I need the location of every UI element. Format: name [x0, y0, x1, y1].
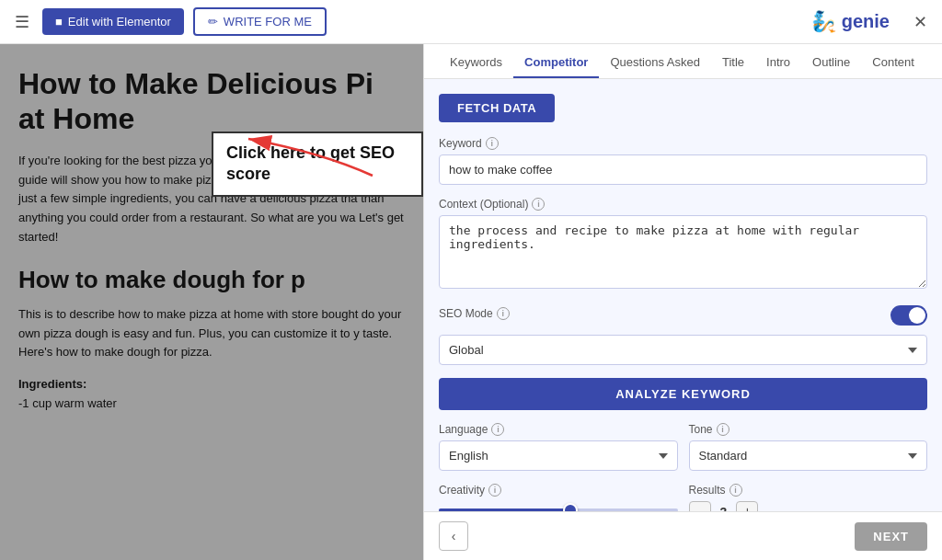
hamburger-icon[interactable]: ☰ [15, 12, 29, 32]
fetch-data-button[interactable]: FETCH DATA [439, 94, 555, 122]
slider-fill [439, 509, 570, 511]
language-group: Language i English Spanish French [439, 423, 678, 471]
fetch-btn-row: FETCH DATA [439, 94, 927, 122]
elementor-label: Edit with Elementor [68, 15, 171, 29]
back-button[interactable]: ‹ [439, 521, 468, 551]
tone-select[interactable]: Standard Casual Formal [689, 440, 928, 471]
keyword-input[interactable] [439, 154, 927, 185]
slider-thumb[interactable] [563, 503, 578, 511]
language-tone-row: Language i English Spanish French Tone i [439, 423, 927, 471]
seo-mode-label: SEO Mode i [439, 307, 510, 320]
keyword-group: Keyword i [439, 137, 927, 185]
results-group: Results i − 3 + [689, 484, 928, 511]
tone-group: Tone i Standard Casual Formal [689, 423, 928, 471]
main-layout: How to Make Delicious Pi at Home Click h… [0, 44, 942, 560]
logo: 🧞 genie [811, 10, 890, 34]
article-body-2: This is to describe how to make pizza at… [18, 305, 405, 362]
creativity-group: Creativity i [439, 484, 678, 511]
tab-competitor[interactable]: Competitor [513, 44, 599, 78]
logo-text: genie [842, 11, 890, 32]
tab-questions-asked[interactable]: Questions Asked [599, 44, 711, 78]
language-select[interactable]: English Spanish French [439, 440, 678, 471]
results-decrement-button[interactable]: − [689, 501, 711, 511]
seo-callout[interactable]: Click here to get SEO score [212, 131, 423, 197]
results-increment-button[interactable]: + [736, 501, 758, 511]
article-h2: How to make dough for p [18, 266, 405, 294]
ingredients-label: Ingredients: [18, 377, 405, 391]
seo-mode-info-icon[interactable]: i [497, 307, 510, 320]
next-button[interactable]: NEXT [855, 522, 927, 551]
tab-outline[interactable]: Outline [801, 44, 861, 78]
logo-icon: 🧞 [811, 10, 836, 34]
language-label: Language i [439, 423, 678, 436]
global-select[interactable]: Global Local National [439, 335, 927, 365]
elementor-icon: ■ [55, 15, 63, 29]
tone-label: Tone i [689, 423, 928, 436]
keyword-label: Keyword i [439, 137, 927, 150]
creativity-label: Creativity i [439, 484, 678, 497]
panel-content: FETCH DATA Keyword i Context (Optional) … [424, 79, 942, 511]
context-textarea[interactable]: the process and recipe to make pizza at … [439, 215, 927, 289]
tab-intro[interactable]: Intro [755, 44, 801, 78]
results-value: 3 [720, 505, 728, 511]
context-info-icon[interactable]: i [532, 198, 545, 211]
results-control: − 3 + [689, 501, 928, 511]
toggle-knob [909, 307, 925, 324]
creativity-slider[interactable] [439, 501, 678, 511]
write-for-me-button[interactable]: ✏ WRITE FOR ME [193, 7, 327, 36]
results-info-icon[interactable]: i [729, 484, 742, 497]
right-panel: Keywords Competitor Questions Asked Titl… [423, 44, 942, 560]
context-label: Context (Optional) i [439, 198, 927, 211]
left-panel: How to Make Delicious Pi at Home Click h… [0, 44, 423, 560]
article-title: How to Make Delicious Pi at Home [18, 66, 405, 137]
keyword-info-icon[interactable]: i [486, 137, 499, 150]
results-label: Results i [689, 484, 928, 497]
close-icon[interactable]: ✕ [913, 12, 927, 32]
topbar: ☰ ■ Edit with Elementor ✏ WRITE FOR ME 🧞… [0, 0, 942, 44]
tab-keywords[interactable]: Keywords [439, 44, 513, 78]
creativity-info-icon[interactable]: i [488, 484, 501, 497]
tab-title[interactable]: Title [711, 44, 755, 78]
bottom-bar: ‹ NEXT [424, 511, 942, 560]
write-label: WRITE FOR ME [224, 15, 312, 29]
seo-mode-toggle[interactable] [890, 305, 927, 326]
context-group: Context (Optional) i the process and rec… [439, 198, 927, 292]
edit-elementor-button[interactable]: ■ Edit with Elementor [42, 8, 184, 35]
ingredient-item: -1 cup warm water [18, 396, 405, 410]
tone-info-icon[interactable]: i [717, 423, 729, 436]
analyze-keyword-button[interactable]: ANALYZE KEYWORD [439, 378, 927, 410]
tab-content[interactable]: Content [861, 44, 925, 78]
tabs-bar: Keywords Competitor Questions Asked Titl… [424, 44, 942, 79]
global-group: Global Local National [439, 335, 927, 365]
creativity-results-row: Creativity i Results i − [439, 484, 927, 511]
write-icon: ✏ [208, 15, 218, 29]
language-info-icon[interactable]: i [491, 423, 504, 436]
seo-mode-group: SEO Mode i [439, 305, 927, 326]
